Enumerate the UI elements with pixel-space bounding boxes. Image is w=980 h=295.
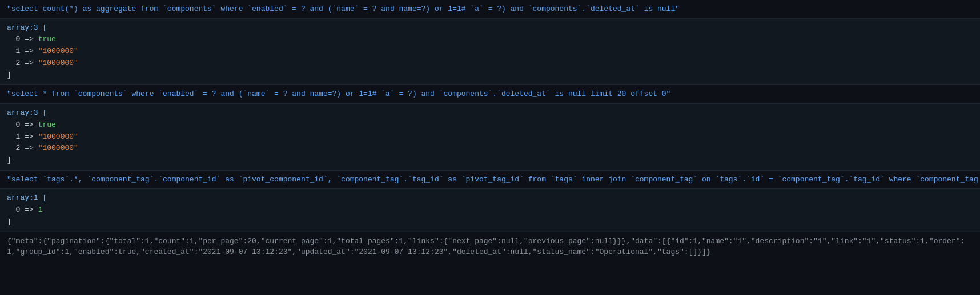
- json-output-block: {"meta":{"pagination":{"total":1,"count"…: [0, 232, 980, 261]
- arrow-operator: =>: [25, 35, 38, 43]
- array-label: array:1 [: [7, 193, 47, 202]
- arrow-operator: =>: [25, 205, 38, 214]
- result-line: ]: [7, 155, 973, 167]
- array-label: array:3 [: [7, 23, 47, 32]
- result-block-5: array:1 [ 0 => 1]: [0, 189, 980, 232]
- index-number: 0: [7, 120, 25, 129]
- query-block-0: "select count(*) as aggregate from `comp…: [0, 0, 980, 19]
- index-number: 0: [7, 35, 25, 43]
- index-number: 1: [7, 47, 25, 55]
- arrow-operator: =>: [25, 59, 38, 67]
- result-line: 1 => "1000000": [7, 131, 973, 143]
- result-line: 0 => 1: [7, 204, 973, 216]
- result-line: 2 => "1000000": [7, 58, 973, 70]
- query-text: "select `tags`.*, `component_tag`.`compo…: [7, 175, 980, 184]
- json-text: {"meta":{"pagination":{"total":1,"count"…: [7, 237, 965, 257]
- arrow-operator: =>: [25, 120, 38, 129]
- index-number: 0: [7, 205, 25, 214]
- result-line: array:3 [: [7, 22, 973, 34]
- string-value: "1000000": [38, 144, 78, 152]
- string-value: "1000000": [38, 47, 78, 55]
- string-value: "1000000": [38, 59, 78, 67]
- arrow-operator: =>: [25, 132, 38, 141]
- result-line: 0 => true: [7, 119, 973, 131]
- query-block-2: "select * from `components` where `enabl…: [0, 85, 980, 104]
- bool-value: true: [38, 35, 56, 43]
- query-block-4: "select `tags`.*, `component_tag`.`compo…: [0, 171, 980, 189]
- bracket: ]: [7, 217, 11, 226]
- bracket: ]: [7, 156, 11, 164]
- result-block-3: array:3 [ 0 => true 1 => "1000000" 2 => …: [0, 104, 980, 171]
- query-text: "select count(*) as aggregate from `comp…: [7, 5, 680, 13]
- result-line: ]: [7, 216, 973, 228]
- result-line: 1 => "1000000": [7, 46, 973, 58]
- result-line: 2 => "1000000": [7, 143, 973, 155]
- index-number: 2: [7, 144, 25, 152]
- string-value: "1000000": [38, 132, 78, 141]
- result-line: 0 => true: [7, 34, 973, 46]
- arrow-operator: =>: [25, 144, 38, 152]
- numeric-value: 1: [38, 205, 43, 214]
- index-number: 1: [7, 132, 25, 141]
- result-line: ]: [7, 70, 973, 82]
- result-line: array:3 [: [7, 107, 973, 119]
- arrow-operator: =>: [25, 47, 38, 55]
- query-text: "select * from `components` where `enabl…: [7, 90, 670, 98]
- result-line: array:1 [: [7, 192, 973, 204]
- index-number: 2: [7, 59, 25, 67]
- result-block-1: array:3 [ 0 => true 1 => "1000000" 2 => …: [0, 19, 980, 86]
- bracket: ]: [7, 71, 11, 79]
- bool-value: true: [38, 120, 56, 129]
- array-label: array:3 [: [7, 108, 47, 117]
- app-container: "select count(*) as aggregate from `comp…: [0, 0, 980, 261]
